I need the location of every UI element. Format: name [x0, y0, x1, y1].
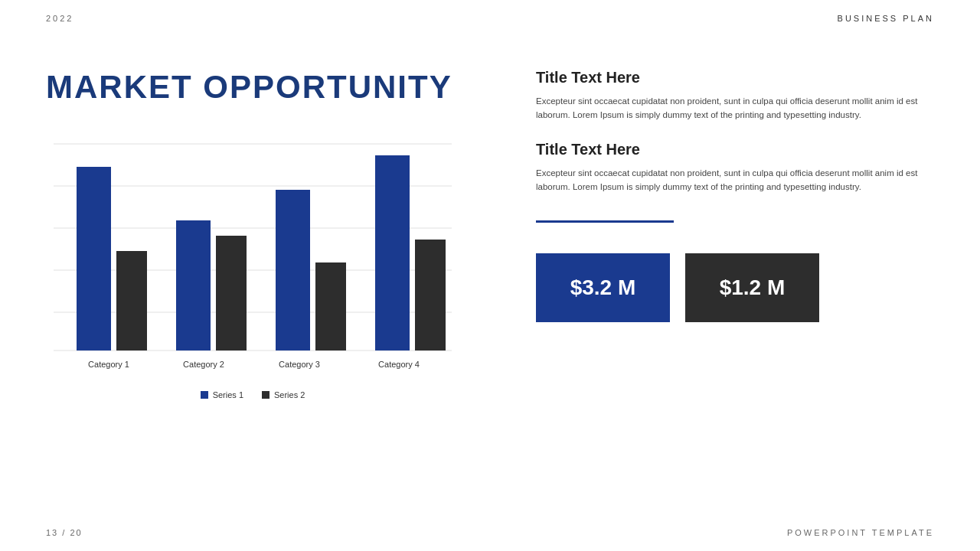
- chart-legend: Series 1 Series 2: [46, 390, 459, 399]
- section1-title: Title Text Here: [536, 69, 934, 86]
- main-content: MARKET OPPORTUNITY Category 1 Category 2: [0, 46, 980, 513]
- bar-cat1-s2: [116, 251, 147, 350]
- bar-cat2-s1: [176, 220, 211, 350]
- legend-series2-color: [262, 391, 270, 399]
- section2-text: Excepteur sint occaecat cupidatat non pr…: [536, 166, 934, 194]
- stat-value-1: $3.2 M: [570, 276, 636, 300]
- cat3-label: Category 3: [279, 360, 320, 369]
- section1-text: Excepteur sint occaecat cupidatat non pr…: [536, 94, 934, 122]
- stat-box-1: $3.2 M: [536, 253, 670, 322]
- legend-series1-label: Series 1: [213, 390, 243, 399]
- cat1-label: Category 1: [88, 360, 129, 369]
- stat-box-2: $1.2 M: [685, 253, 819, 322]
- bar-cat2-s2: [216, 236, 247, 350]
- bar-chart: Category 1 Category 2 Category 3 Categor…: [46, 129, 459, 381]
- bar-cat4-s2: [415, 240, 446, 350]
- chart-container: Category 1 Category 2 Category 3 Categor…: [46, 129, 459, 497]
- bar-cat3-s1: [276, 190, 310, 350]
- legend-series1: Series 1: [201, 390, 243, 399]
- stat-value-2: $1.2 M: [720, 276, 786, 300]
- bar-cat4-s1: [375, 155, 410, 350]
- footer-page: 13 / 20: [46, 528, 83, 537]
- footer: 13 / 20 POWERPOINT TEMPLATE: [0, 514, 980, 551]
- bar-cat1-s1: [77, 167, 111, 350]
- legend-series2: Series 2: [262, 390, 305, 399]
- header-year: 2022: [46, 14, 74, 23]
- legend-series2-label: Series 2: [274, 390, 305, 399]
- page-title: MARKET OPPORTUNITY: [46, 69, 459, 106]
- right-panel: Title Text Here Excepteur sint occaecat …: [505, 46, 980, 513]
- bar-cat3-s2: [315, 262, 346, 350]
- cat2-label: Category 2: [183, 360, 224, 369]
- header: 2022 BUSINESS PLAN: [0, 0, 980, 37]
- header-business-plan: BUSINESS PLAN: [838, 14, 934, 23]
- section2-title: Title Text Here: [536, 141, 934, 158]
- left-panel: MARKET OPPORTUNITY Category 1 Category 2: [0, 46, 505, 513]
- legend-series1-color: [201, 391, 208, 399]
- divider: [536, 220, 674, 223]
- cat4-label: Category 4: [378, 360, 420, 369]
- stats-row: $3.2 M $1.2 M: [536, 253, 934, 322]
- footer-template: POWERPOINT TEMPLATE: [787, 528, 934, 537]
